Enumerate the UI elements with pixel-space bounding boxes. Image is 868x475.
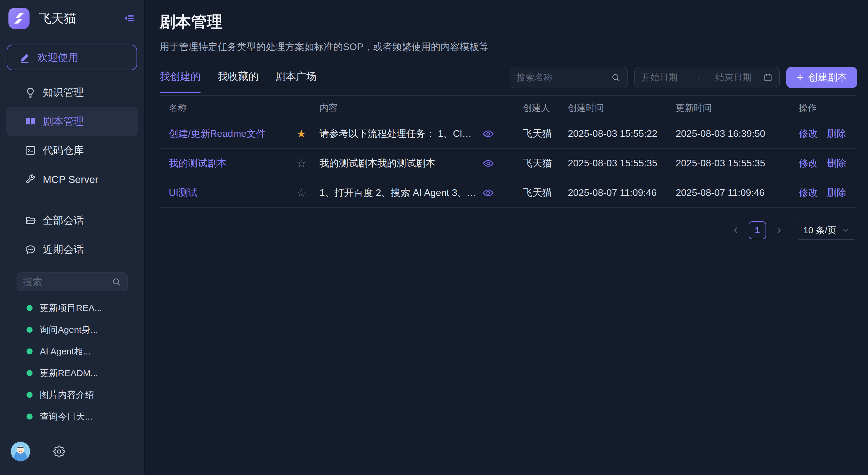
search-icon bbox=[111, 277, 121, 287]
chevron-down-icon bbox=[842, 226, 849, 234]
status-dot-icon bbox=[27, 305, 33, 311]
plus-icon: + bbox=[797, 71, 804, 84]
calendar-icon bbox=[763, 73, 773, 82]
edit-link[interactable]: 修改 bbox=[799, 186, 818, 199]
column-header-created: 创建时间 bbox=[561, 102, 669, 114]
session-label: 查询今日天... bbox=[40, 411, 93, 423]
search-icon bbox=[611, 72, 621, 83]
creator-name: 飞天猫 bbox=[523, 127, 552, 140]
sidebar-item-scripts[interactable]: 剧本管理 bbox=[6, 107, 138, 136]
column-header-content: 内容 bbox=[313, 102, 500, 114]
session-label: 更新项目REA... bbox=[40, 302, 102, 314]
page-title: 剧本管理 bbox=[160, 11, 857, 33]
bulb-icon bbox=[25, 87, 36, 98]
sidebar-item-label: 剧本管理 bbox=[43, 115, 84, 128]
table-row: 创建/更新Readme文件 ★ 请参考以下流程处理任务： 1、Clone仓...… bbox=[160, 119, 857, 149]
folder-icon bbox=[25, 215, 36, 226]
sidebar-item-all-sessions[interactable]: 全部会话 bbox=[6, 206, 138, 235]
tab-my-favorites[interactable]: 我收藏的 bbox=[218, 70, 258, 85]
pagination: 1 10 条/页 bbox=[160, 221, 857, 240]
updated-time: 2025-08-03 15:55:35 bbox=[676, 158, 765, 169]
wrench-icon bbox=[25, 173, 36, 185]
welcome-button[interactable]: 欢迎使用 bbox=[7, 44, 137, 70]
toolbar: 开始日期 → 结束日期 + 创建剧本 bbox=[510, 67, 857, 88]
sidebar-item-code-repo[interactable]: 代码仓库 bbox=[6, 136, 138, 165]
sidebar-item-knowledge[interactable]: 知识管理 bbox=[6, 78, 138, 107]
name-search-input[interactable] bbox=[517, 72, 611, 83]
sidebar-menu: 知识管理 剧本管理 代码仓库 bbox=[0, 78, 144, 194]
status-dot-icon bbox=[27, 413, 33, 419]
sidebar-collapse-icon[interactable] bbox=[121, 10, 137, 27]
date-end-placeholder: 结束日期 bbox=[715, 71, 752, 84]
scripts-table: 名称 内容 创建人 创建时间 更新时间 操作 创建/更新Readme文件 ★ 请… bbox=[160, 97, 857, 208]
prev-page-chevron-icon[interactable] bbox=[729, 223, 743, 237]
page-size-label: 10 条/页 bbox=[803, 224, 836, 236]
session-list-item[interactable]: 更新项目REA... bbox=[0, 297, 144, 319]
edit-link[interactable]: 修改 bbox=[799, 127, 818, 140]
brand-row: 飞天猫 bbox=[0, 0, 144, 37]
view-eye-icon[interactable] bbox=[482, 157, 494, 169]
tab-script-plaza[interactable]: 剧本广场 bbox=[276, 70, 316, 85]
script-content-preview: 1、打开百度 2、搜索 AI Agent 3、点击... bbox=[319, 186, 477, 199]
recent-session-list: 更新项目REA... 询问Agent身... AI Agent相... 更新RE… bbox=[0, 297, 144, 442]
pen-icon bbox=[19, 52, 31, 64]
create-script-button[interactable]: + 创建剧本 bbox=[786, 67, 857, 88]
script-content-preview: 我的测试剧本我的测试剧本 bbox=[319, 157, 477, 170]
session-list-item[interactable]: AI Agent相... bbox=[0, 341, 144, 362]
sidebar-sessions-menu: 全部会话 近期会话 bbox=[0, 206, 144, 264]
date-range-picker[interactable]: 开始日期 → 结束日期 bbox=[634, 67, 780, 88]
session-list-item[interactable]: 查询今日天... bbox=[0, 406, 144, 428]
status-dot-icon bbox=[27, 392, 33, 398]
star-icon[interactable]: ☆ bbox=[297, 187, 306, 198]
session-list-item[interactable]: 图片内容介绍 bbox=[0, 384, 144, 406]
status-dot-icon bbox=[27, 327, 33, 333]
created-time: 2025-08-03 15:55:22 bbox=[568, 128, 657, 139]
delete-link[interactable]: 删除 bbox=[827, 186, 846, 199]
script-name-link[interactable]: 创建/更新Readme文件 bbox=[169, 127, 266, 140]
terminal-icon bbox=[25, 145, 36, 156]
sidebar-divider bbox=[6, 200, 138, 200]
main-content: 剧本管理 用于管理特定任务类型的处理方案如标准的SOP，或者频繁使用的内容模板等… bbox=[145, 0, 868, 475]
edit-link[interactable]: 修改 bbox=[799, 157, 818, 170]
status-dot-icon bbox=[27, 348, 33, 354]
session-label: 询问Agent身... bbox=[40, 324, 98, 336]
script-content-preview: 请参考以下流程处理任务： 1、Clone仓... bbox=[319, 127, 477, 140]
session-list-item[interactable]: 询问Agent身... bbox=[0, 319, 144, 341]
star-icon[interactable]: ★ bbox=[297, 128, 306, 139]
delete-link[interactable]: 删除 bbox=[827, 157, 846, 170]
settings-gear-icon[interactable] bbox=[53, 445, 65, 457]
user-avatar[interactable] bbox=[11, 442, 30, 461]
column-header-creator: 创建人 bbox=[500, 102, 561, 114]
page-number-button[interactable]: 1 bbox=[749, 221, 766, 239]
creator-name: 飞天猫 bbox=[523, 157, 552, 170]
sidebar-item-mcp-server[interactable]: MCP Server bbox=[6, 165, 138, 194]
table-header: 名称 内容 创建人 创建时间 更新时间 操作 bbox=[160, 97, 857, 119]
view-eye-icon[interactable] bbox=[482, 128, 494, 140]
arrow-right-icon: → bbox=[692, 72, 701, 83]
brand-name: 飞天猫 bbox=[38, 10, 76, 27]
updated-time: 2025-08-03 16:39:50 bbox=[676, 128, 765, 139]
next-page-chevron-icon[interactable] bbox=[772, 223, 786, 237]
sidebar-item-label: 全部会话 bbox=[43, 214, 84, 227]
column-header-name: 名称 bbox=[160, 102, 289, 114]
name-search-field bbox=[510, 67, 628, 88]
script-name-link[interactable]: 我的测试剧本 bbox=[169, 157, 227, 170]
star-icon[interactable]: ☆ bbox=[297, 158, 306, 169]
session-label: AI Agent相... bbox=[40, 345, 90, 358]
tabbar-toolbar-row: 我创建的 我收藏的 剧本广场 开始日期 → 结束日期 bbox=[160, 67, 857, 96]
sidebar-item-recent-sessions[interactable]: 近期会话 bbox=[6, 235, 138, 264]
delete-link[interactable]: 删除 bbox=[827, 127, 846, 140]
page-size-select[interactable]: 10 条/页 bbox=[796, 221, 857, 240]
view-eye-icon[interactable] bbox=[482, 187, 494, 199]
sidebar-item-label: 近期会话 bbox=[43, 243, 84, 256]
status-dot-icon bbox=[27, 370, 33, 376]
tab-my-created[interactable]: 我创建的 bbox=[160, 70, 201, 85]
book-icon bbox=[25, 116, 36, 127]
sidebar-search-input[interactable] bbox=[23, 276, 111, 288]
session-list-item[interactable]: 更新READM... bbox=[0, 362, 144, 384]
script-name-link[interactable]: UI测试 bbox=[169, 186, 198, 199]
create-script-label: 创建剧本 bbox=[808, 71, 847, 84]
chat-bubble-icon bbox=[25, 244, 36, 255]
sidebar: 飞天猫 欢迎使用 知识管理 bbox=[0, 0, 145, 475]
session-label: 图片内容介绍 bbox=[40, 389, 94, 401]
